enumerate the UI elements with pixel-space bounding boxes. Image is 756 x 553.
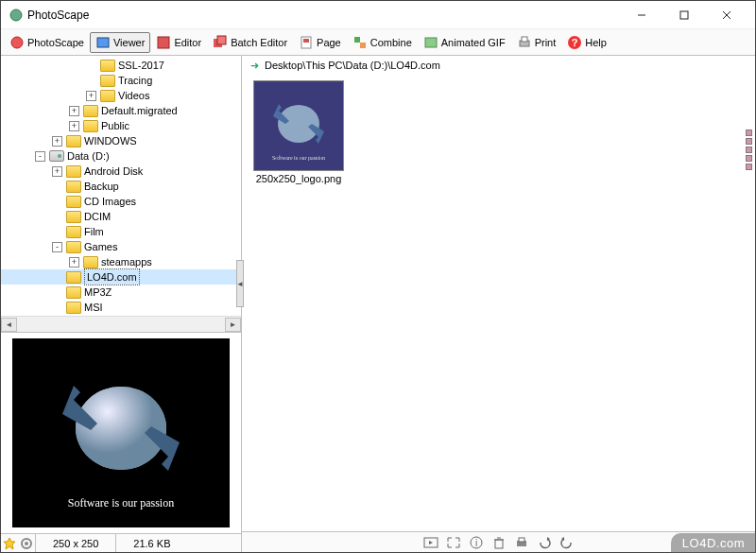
edge-tool-4[interactable] (746, 155, 752, 162)
folder-icon (83, 105, 98, 117)
expander-blank (52, 272, 62, 283)
tab-help[interactable]: ? Help (561, 32, 612, 53)
tab-page[interactable]: Page (293, 32, 347, 53)
rotate-right-icon[interactable] (558, 535, 576, 550)
expander-icon[interactable]: + (86, 91, 96, 101)
folder-icon (83, 256, 98, 268)
tree-horizontal-scrollbar[interactable]: ◄ ► (1, 316, 241, 332)
folder-icon (66, 181, 81, 193)
right-panel: ◄ ➜ Desktop\This PC\Data (D:)\LO4D.com S… (242, 56, 755, 552)
preview-image[interactable]: Software is our passion (12, 338, 230, 527)
folder-icon (66, 196, 81, 208)
folder-icon (66, 211, 81, 223)
tree-node[interactable]: +Videos (1, 88, 241, 103)
right-edge-toolbar[interactable] (746, 130, 752, 182)
tree-node[interactable]: +Default.migrated (1, 103, 241, 118)
folder-icon (100, 90, 115, 102)
tab-editor[interactable]: Editor (150, 32, 207, 53)
folder-tree[interactable]: SSL-2017Tracing+Videos+Default.migrated+… (1, 56, 241, 316)
minimize-button[interactable] (620, 2, 662, 28)
tab-print[interactable]: Print (511, 32, 562, 53)
close-button[interactable] (705, 2, 747, 28)
tree-node[interactable]: Backup (1, 179, 241, 194)
tree-node-label: CD Images (84, 194, 136, 209)
rotate-left-icon[interactable] (536, 535, 553, 550)
path-nav-icon[interactable]: ➜ (248, 59, 261, 72)
expander-icon[interactable]: + (69, 106, 79, 116)
tree-node[interactable]: LO4D.com (1, 269, 241, 285)
scroll-right-arrow[interactable]: ► (225, 318, 241, 332)
expander-icon[interactable]: - (52, 242, 62, 252)
tab-batch-editor[interactable]: Batch Editor (207, 32, 293, 53)
tree-node-label: LO4D.com (84, 268, 140, 285)
tree-node[interactable]: +Android Disk (1, 164, 241, 179)
tree-node-label: steamapps (101, 254, 152, 269)
favorite-icon[interactable] (1, 535, 18, 552)
expander-icon[interactable]: + (69, 257, 79, 268)
svg-rect-6 (97, 38, 109, 47)
thumbnail-item[interactable]: Software is our passion 250x250_logo.png (249, 80, 348, 184)
svg-rect-11 (303, 39, 309, 43)
thumbnail-image[interactable]: Software is our passion (253, 80, 344, 171)
tab-animated-gif[interactable]: Animated GIF (418, 32, 511, 53)
tree-node-label: Videos (118, 88, 149, 103)
tree-node[interactable]: +Projects (1, 315, 241, 316)
tree-node[interactable]: MP3Z (1, 285, 241, 300)
tree-node[interactable]: MSI (1, 300, 241, 315)
tree-node-label: Film (84, 224, 104, 239)
expander-icon[interactable]: + (52, 136, 62, 147)
tab-label: Page (317, 37, 341, 48)
collapse-handle[interactable]: ◄ (236, 260, 244, 307)
expander-icon[interactable]: - (35, 151, 45, 162)
edge-tool-3[interactable] (746, 147, 752, 153)
edge-tool-2[interactable] (746, 138, 752, 145)
tree-node[interactable]: CD Images (1, 194, 241, 209)
slideshow-icon[interactable] (422, 535, 439, 550)
title-bar: PhotoScape (1, 1, 755, 29)
folder-icon (66, 226, 81, 238)
tree-node[interactable]: Film (1, 224, 241, 239)
svg-rect-7 (158, 37, 169, 48)
expander-icon[interactable]: + (52, 166, 62, 177)
tree-node[interactable]: -Data (D:) (1, 148, 241, 164)
tree-node[interactable]: +WINDOWS (1, 133, 241, 148)
folder-icon (66, 241, 81, 253)
svg-point-5 (11, 37, 23, 48)
expander-icon[interactable]: + (69, 121, 79, 131)
tab-combine[interactable]: Combine (347, 32, 418, 53)
thumbnail-grid[interactable]: Software is our passion 250x250_logo.png (242, 75, 755, 531)
info-icon[interactable]: i (468, 535, 485, 550)
folder-icon (66, 165, 81, 178)
expander-blank (52, 287, 62, 298)
edge-tool-1[interactable] (746, 130, 752, 136)
svg-rect-13 (360, 43, 366, 48)
watermark: LO4D.com (671, 533, 756, 553)
maximize-button[interactable] (662, 2, 705, 28)
tree-node-label: MP3Z (84, 285, 112, 300)
folder-icon (100, 60, 115, 72)
expander-blank (86, 76, 96, 86)
tree-node[interactable]: +Public (1, 118, 241, 133)
tree-node[interactable]: SSL-2017 (1, 58, 241, 73)
tab-viewer[interactable]: Viewer (90, 32, 150, 53)
tree-node-label: Backup (84, 179, 119, 194)
tree-node-label: Projects (84, 315, 122, 316)
folder-icon (66, 302, 81, 314)
tab-label: Viewer (113, 37, 145, 48)
scroll-left-arrow[interactable]: ◄ (1, 318, 17, 332)
edge-tool-5[interactable] (746, 164, 752, 170)
tab-photoscape[interactable]: PhotoScape (4, 32, 90, 53)
path-text: Desktop\This PC\Data (D:)\LO4D.com (265, 60, 440, 71)
status-bar: 250 x 250 21.6 KB (1, 533, 241, 552)
print-icon (517, 35, 532, 50)
tree-node[interactable]: -Games (1, 239, 241, 254)
print-icon[interactable] (513, 535, 530, 550)
settings-icon[interactable] (18, 535, 35, 552)
fullscreen-icon[interactable] (445, 535, 462, 550)
delete-icon[interactable] (490, 535, 507, 550)
tree-node[interactable]: +steamapps (1, 254, 241, 269)
tab-label: Combine (370, 37, 412, 48)
tree-node-label: Games (84, 239, 117, 254)
tree-node[interactable]: DCIM (1, 209, 241, 224)
tree-node[interactable]: Tracing (1, 73, 241, 88)
